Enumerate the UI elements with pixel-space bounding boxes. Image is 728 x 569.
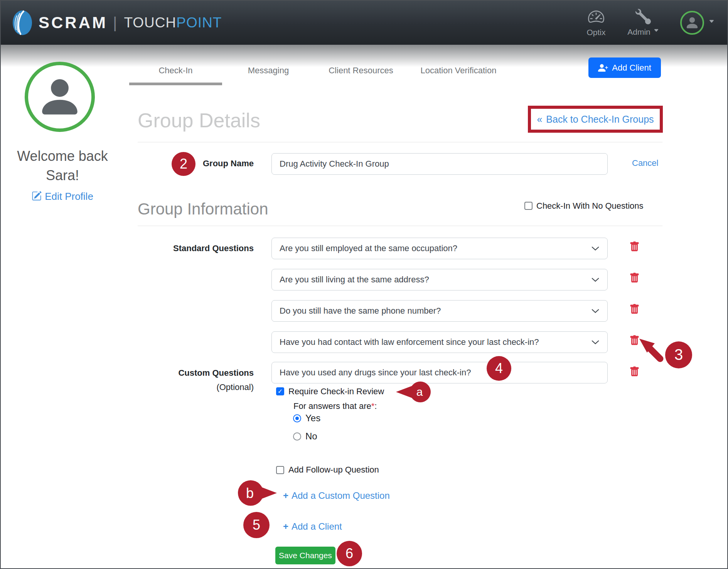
answer-radio-no[interactable] <box>293 432 301 441</box>
selected-question-text: Do you still have the same phone number? <box>280 306 591 316</box>
profile-avatar <box>25 62 95 132</box>
require-review-checkbox[interactable]: ✓ <box>276 387 284 395</box>
chevron-down-icon <box>591 244 600 253</box>
brand-separator: | <box>113 14 117 32</box>
custom-question-input[interactable] <box>271 362 608 383</box>
selected-question-text: Have you had contact with law enforcemen… <box>280 337 591 347</box>
svg-text:b: b <box>246 485 254 501</box>
top-navbar: SCRAM | TOUCHPOINT Optix Admin <box>1 1 727 45</box>
add-client-label: Add Client <box>612 63 651 73</box>
answer-no-label: No <box>305 431 317 442</box>
wrench-icon <box>635 9 651 24</box>
standard-question-select-3[interactable]: Do you still have the same phone number? <box>271 300 608 322</box>
group-name-label: Group Name <box>129 159 254 169</box>
nav-admin-menu[interactable]: Admin <box>625 1 662 45</box>
selected-question-text: Are you still employed at the same occup… <box>280 243 591 253</box>
chevron-down-icon <box>591 307 600 315</box>
annotation-step-6: 6 <box>337 541 362 566</box>
add-follow-up-checkbox[interactable] <box>276 466 284 474</box>
person-icon <box>685 15 699 30</box>
add-a-client-label: Add a Client <box>292 521 342 532</box>
annotation-step-b: b <box>236 480 278 506</box>
scram-swoosh-icon <box>12 10 32 35</box>
answers-colon: : <box>374 401 377 411</box>
add-a-client-link[interactable]: +Add a Client <box>283 521 342 532</box>
annotation-step-3-arrow: 3 <box>636 336 698 374</box>
divider <box>138 226 662 226</box>
chevron-down-icon <box>591 338 600 346</box>
add-client-button[interactable]: Add Client <box>588 57 661 78</box>
nav-optix-label: Optix <box>586 28 605 37</box>
check-in-no-questions-label: Check-In With No Questions <box>536 201 644 211</box>
check-in-no-questions-checkbox[interactable] <box>524 202 533 210</box>
divider <box>138 142 662 142</box>
brand-touch-text: TOUCH <box>124 15 176 31</box>
welcome-message: Welcome back Sara! <box>1 147 124 185</box>
double-left-chevron-icon: « <box>537 114 542 125</box>
save-changes-button[interactable]: Save Changes <box>275 547 335 564</box>
annotation-box-back-link: «Back to Check-In Groups <box>528 106 663 133</box>
standard-question-select-1[interactable]: Are you still employed at the same occup… <box>271 238 608 259</box>
selected-question-text: Are you still living at the same address… <box>280 275 591 285</box>
brand-logo[interactable]: SCRAM | TOUCHPOINT <box>12 1 222 45</box>
require-review-label: Require Check-in Review <box>288 387 384 397</box>
custom-questions-optional-label: (Optional) <box>129 382 254 392</box>
user-avatar-menu[interactable] <box>680 11 704 35</box>
caret-down-icon[interactable] <box>709 19 715 24</box>
tab-messaging[interactable]: Messaging <box>222 66 315 76</box>
answer-yes-label: Yes <box>305 413 320 424</box>
add-follow-up-label: Add Follow-up Question <box>288 465 379 475</box>
standard-question-select-4[interactable]: Have you had contact with law enforcemen… <box>271 331 608 353</box>
annotation-step-4: 4 <box>487 356 511 381</box>
delete-question-icon[interactable] <box>629 241 640 253</box>
back-to-groups-link[interactable]: «Back to Check-In Groups <box>537 114 654 125</box>
cancel-link[interactable]: Cancel <box>632 158 658 168</box>
answer-radio-yes[interactable] <box>293 414 301 422</box>
pencil-square-icon <box>32 191 42 201</box>
svg-text:a: a <box>416 385 423 398</box>
nav-optix[interactable]: Optix <box>582 1 610 45</box>
tab-location-verification[interactable]: Location Verification <box>407 66 510 76</box>
active-tab-indicator <box>129 83 222 85</box>
edit-profile-link[interactable]: Edit Profile <box>1 191 124 203</box>
svg-text:3: 3 <box>674 346 683 363</box>
add-custom-question-link[interactable]: +Add a Custom Question <box>283 490 390 501</box>
welcome-line-1: Welcome back <box>1 147 124 166</box>
add-custom-question-label: Add a Custom Question <box>292 490 390 501</box>
plus-icon: + <box>283 521 288 532</box>
annotation-step-a: a <box>395 381 433 403</box>
edit-profile-label: Edit Profile <box>45 191 93 202</box>
back-link-label: Back to Check-In Groups <box>546 114 654 125</box>
check-icon: ✓ <box>278 388 283 395</box>
welcome-line-2: Sara! <box>1 166 124 185</box>
app-window: SCRAM | TOUCHPOINT Optix Admin <box>0 0 728 569</box>
person-plus-icon <box>598 63 608 73</box>
chevron-down-icon <box>591 275 600 284</box>
person-icon <box>36 73 83 120</box>
tab-check-in[interactable]: Check-In <box>129 66 222 76</box>
brand-point-text: POINT <box>176 15 222 31</box>
page-title: Group Details <box>138 109 260 132</box>
delete-question-icon[interactable] <box>629 303 640 315</box>
caret-down-icon <box>654 28 659 33</box>
standard-questions-label: Standard Questions <box>129 243 254 253</box>
section-title-group-information: Group Information <box>138 200 268 218</box>
brand-scram-text: SCRAM <box>39 14 108 32</box>
gauge-icon <box>588 8 604 25</box>
plus-icon: + <box>283 490 288 501</box>
nav-admin-label: Admin <box>627 27 650 37</box>
annotation-step-5: 5 <box>243 512 270 538</box>
delete-question-icon[interactable] <box>629 272 640 284</box>
custom-questions-label: Custom Questions <box>129 368 254 378</box>
answers-prompt: For answers that are*: <box>293 401 377 411</box>
tab-client-resources[interactable]: Client Resources <box>315 66 407 76</box>
answers-prompt-text: For answers that are <box>293 401 371 411</box>
group-name-input[interactable] <box>271 153 608 175</box>
standard-question-select-2[interactable]: Are you still living at the same address… <box>271 269 608 290</box>
